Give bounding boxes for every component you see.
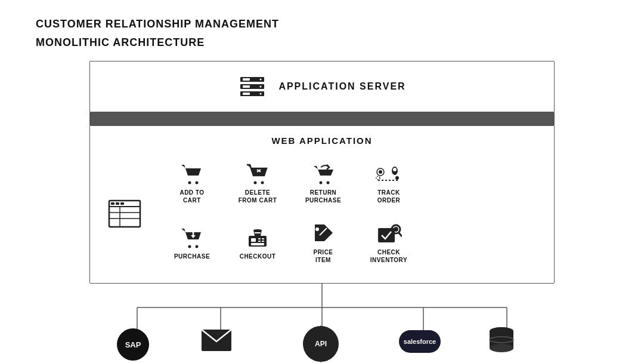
svg-point-18	[196, 182, 199, 184]
delete-from-cart-label: DELETEFROM CART	[239, 189, 277, 204]
svg-point-17	[188, 182, 191, 184]
svg-rect-49	[255, 232, 261, 233]
svg-point-36	[395, 176, 399, 180]
purchase-cell: PURCHASE	[159, 214, 225, 273]
svg-point-67	[490, 344, 513, 352]
svg-point-54	[394, 227, 398, 232]
price-item-label: PRICEITEM	[313, 248, 333, 264]
check-inventory-label: CHECKINVENTORY	[370, 248, 407, 264]
salesforce-badge: salesforce	[399, 330, 441, 353]
svg-rect-14	[111, 202, 114, 205]
svg-line-55	[399, 233, 402, 236]
track-order-label: TRACKORDER	[377, 189, 401, 204]
svg-point-7	[260, 86, 262, 88]
check-inventory-cell: CHECKINVENTORY	[356, 214, 422, 273]
return-purchase-label: RETURNPURCHASE	[305, 189, 341, 204]
email-system	[200, 328, 233, 352]
server-icon	[238, 72, 267, 101]
svg-rect-15	[116, 202, 119, 205]
web-app-title: WEB APPLICATION	[102, 136, 542, 146]
app-server-box: APPLICATION SERVER	[89, 61, 555, 112]
icons-grid: ADD TOCART DELETEFROM CA	[159, 154, 542, 273]
checkout-label: CHECKOUT	[240, 253, 276, 260]
add-to-cart-label: ADD TOCART	[179, 189, 204, 204]
return-purchase-icon	[311, 164, 335, 185]
purchase-icon	[180, 227, 204, 249]
svg-rect-48	[251, 243, 264, 245]
sap-system: SAP	[117, 328, 149, 361]
price-item-icon	[311, 223, 335, 245]
browser-icon	[108, 197, 141, 230]
checkout-icon	[245, 227, 270, 249]
title-crm: CUSTOMER RELATIONSHIP MANAGEMENT	[36, 18, 608, 30]
svg-point-38	[188, 245, 191, 248]
svg-rect-43	[251, 238, 256, 242]
web-app-box: WEB APPLICATION	[89, 125, 555, 284]
svg-rect-44	[258, 238, 261, 239]
api-system: API	[301, 324, 340, 363]
svg-point-37	[376, 176, 380, 180]
svg-point-34	[393, 168, 397, 171]
svg-point-29	[327, 182, 330, 184]
add-to-cart-icon	[180, 164, 204, 185]
svg-rect-5	[243, 93, 250, 95]
price-item-cell: PRICEITEM	[290, 214, 356, 273]
svg-point-8	[260, 93, 262, 95]
delete-from-cart-icon	[246, 164, 270, 185]
sap-badge: SAP	[117, 328, 149, 361]
svg-point-31	[379, 170, 382, 174]
svg-rect-47	[262, 241, 264, 242]
svg-point-39	[196, 245, 199, 248]
database-icon	[488, 327, 515, 356]
track-order-cell: TRACKORDER	[356, 154, 422, 214]
return-purchase-cell: RETURNPURCHASE	[290, 154, 356, 214]
svg-rect-46	[258, 241, 261, 242]
api-badge: API	[303, 326, 339, 362]
database-system	[488, 327, 515, 356]
purchase-label: PURCHASE	[174, 253, 210, 260]
svg-rect-45	[262, 238, 264, 239]
svg-point-21	[254, 182, 257, 184]
delete-from-cart-cell: DELETEFROM CART	[225, 154, 290, 214]
add-to-cart-cell: ADD TOCART	[159, 154, 225, 214]
svg-point-6	[260, 79, 262, 81]
app-server-label: APPLICATION SERVER	[278, 81, 405, 92]
svg-point-28	[320, 182, 323, 184]
title-architecture: MONOLITHIC ARCHITECTURE	[36, 36, 608, 49]
svg-rect-3	[243, 78, 250, 81]
checkout-cell: CHECKOUT	[225, 214, 290, 273]
salesforce-system: salesforce	[399, 330, 441, 353]
check-inventory-icon	[376, 223, 402, 245]
svg-rect-4	[243, 85, 250, 88]
svg-point-50	[315, 227, 319, 231]
svg-point-69	[490, 327, 513, 336]
track-order-icon	[376, 164, 402, 185]
email-icon	[200, 328, 233, 352]
svg-point-22	[261, 182, 264, 184]
connector-app-web	[89, 112, 555, 125]
svg-rect-16	[120, 202, 124, 205]
